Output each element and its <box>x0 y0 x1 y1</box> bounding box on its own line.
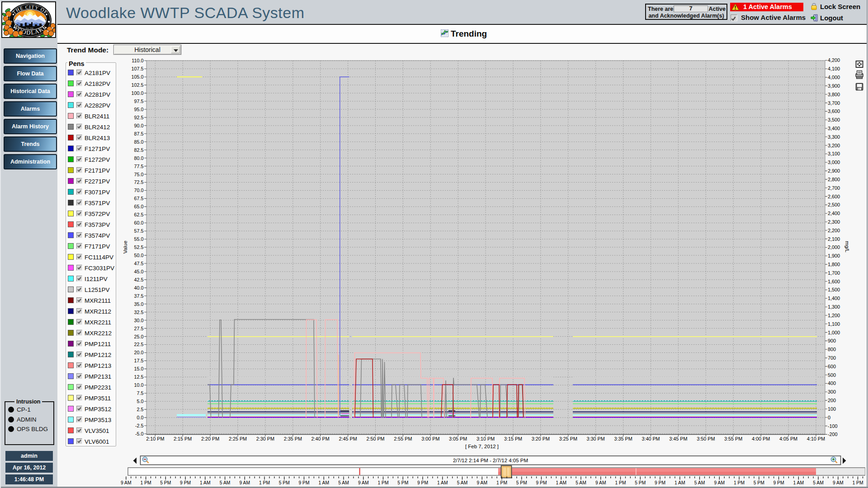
svg-text:12.5: 12.5 <box>134 374 143 380</box>
svg-text:3,200: 3,200 <box>828 143 840 148</box>
svg-text:27.5: 27.5 <box>134 326 143 331</box>
svg-text:5 AM: 5 AM <box>338 480 349 485</box>
svg-text:1 AM: 1 AM <box>437 480 448 485</box>
svg-text:9 PM: 9 PM <box>298 480 309 485</box>
svg-text:1 AM: 1 AM <box>319 480 329 485</box>
svg-text:62.5: 62.5 <box>134 212 143 217</box>
svg-text:3,900: 3,900 <box>828 83 840 89</box>
svg-text:2/7/12 2:14 PM - 2/7/12 4:05 P: 2/7/12 2:14 PM - 2/7/12 4:05 PM <box>453 458 528 463</box>
svg-text:77.5: 77.5 <box>134 164 143 169</box>
svg-text:9 AM: 9 AM <box>358 480 368 485</box>
svg-text:-200: -200 <box>828 432 838 437</box>
svg-text:1 PM: 1 PM <box>852 480 863 485</box>
svg-text:3:55 PM: 3:55 PM <box>724 436 742 441</box>
svg-text:97.5: 97.5 <box>134 99 143 104</box>
svg-text:1 AM: 1 AM <box>793 480 804 485</box>
svg-text:900: 900 <box>828 338 836 343</box>
svg-text:3:45 PM: 3:45 PM <box>669 436 687 441</box>
svg-text:4,200: 4,200 <box>828 57 840 63</box>
svg-text:35.0: 35.0 <box>134 301 143 307</box>
svg-text:500: 500 <box>828 372 836 378</box>
svg-text:52.5: 52.5 <box>134 244 143 250</box>
svg-text:2:45 PM: 2:45 PM <box>339 436 357 441</box>
svg-text:800: 800 <box>828 347 836 352</box>
svg-text:5 AM: 5 AM <box>220 480 230 485</box>
svg-text:22.5: 22.5 <box>134 342 143 347</box>
svg-text:3,700: 3,700 <box>828 100 840 106</box>
svg-text:3:15 PM: 3:15 PM <box>504 436 522 441</box>
svg-text:1,900: 1,900 <box>828 253 840 258</box>
svg-text:2,000: 2,000 <box>828 244 840 250</box>
svg-text:2,700: 2,700 <box>828 185 840 191</box>
svg-text:600: 600 <box>828 364 836 369</box>
svg-text:65.0: 65.0 <box>134 204 143 209</box>
svg-text:17.5: 17.5 <box>134 358 143 363</box>
svg-text:1 PM: 1 PM <box>496 480 507 485</box>
svg-text:2,500: 2,500 <box>828 202 840 207</box>
svg-text:30.0: 30.0 <box>134 318 143 323</box>
svg-text:1 PM: 1 PM <box>615 480 626 485</box>
svg-text:110.0: 110.0 <box>132 58 143 63</box>
svg-text:1,400: 1,400 <box>828 296 840 301</box>
svg-text:200: 200 <box>828 398 836 403</box>
svg-text:3,100: 3,100 <box>828 151 840 156</box>
svg-text:5 PM: 5 PM <box>279 480 290 485</box>
svg-text:90.0: 90.0 <box>134 123 143 128</box>
svg-text:1,100: 1,100 <box>828 321 840 327</box>
svg-text:0.0: 0.0 <box>137 415 143 420</box>
svg-text:9 AM: 9 AM <box>595 480 606 485</box>
svg-text:1,000: 1,000 <box>828 330 840 335</box>
svg-text:Value: Value <box>123 241 128 254</box>
svg-text:1 AM: 1 AM <box>200 480 210 485</box>
svg-text:2.5: 2.5 <box>137 407 143 412</box>
svg-text:85.0: 85.0 <box>134 139 143 145</box>
svg-text:2,800: 2,800 <box>828 177 840 182</box>
svg-text:67.5: 67.5 <box>134 196 143 201</box>
svg-text:1,700: 1,700 <box>828 270 840 276</box>
svg-text:4:05 PM: 4:05 PM <box>779 436 797 441</box>
svg-text:9 AM: 9 AM <box>714 480 725 485</box>
svg-text:5 PM: 5 PM <box>754 480 764 485</box>
svg-text:3:35 PM: 3:35 PM <box>614 436 632 441</box>
svg-text:3,500: 3,500 <box>828 117 840 122</box>
svg-text:3:40 PM: 3:40 PM <box>642 436 660 441</box>
svg-text:3,400: 3,400 <box>828 126 840 131</box>
svg-text:4:00 PM: 4:00 PM <box>752 436 770 441</box>
svg-text:5 PM: 5 PM <box>160 480 171 485</box>
svg-text:5 AM: 5 AM <box>694 480 705 485</box>
svg-text:100: 100 <box>828 406 836 412</box>
svg-text:1 PM: 1 PM <box>259 480 270 485</box>
svg-text:[ Feb 7, 2012 ]: [ Feb 7, 2012 ] <box>465 444 499 449</box>
svg-text:1,500: 1,500 <box>828 287 840 292</box>
svg-text:1 PM: 1 PM <box>141 480 151 485</box>
svg-text:1 PM: 1 PM <box>734 480 745 485</box>
svg-text:102.5: 102.5 <box>131 82 143 88</box>
svg-text:9 PM: 9 PM <box>417 480 428 485</box>
svg-text:1 PM: 1 PM <box>377 480 388 485</box>
svg-text:9 PM: 9 PM <box>773 480 784 485</box>
svg-text:2,400: 2,400 <box>828 211 840 216</box>
svg-text:105.0: 105.0 <box>131 74 143 80</box>
svg-text:72.5: 72.5 <box>134 179 143 185</box>
svg-text:mg/L: mg/L <box>844 241 850 253</box>
svg-text:2:25 PM: 2:25 PM <box>229 436 247 441</box>
svg-text:9 PM: 9 PM <box>536 480 547 485</box>
svg-text:100.0: 100.0 <box>131 90 143 96</box>
svg-text:95.0: 95.0 <box>134 107 143 112</box>
svg-text:2:55 PM: 2:55 PM <box>394 436 412 441</box>
svg-text:50.0: 50.0 <box>134 253 143 258</box>
svg-text:4,000: 4,000 <box>828 75 840 80</box>
svg-text:42.5: 42.5 <box>134 277 143 282</box>
svg-text:3:20 PM: 3:20 PM <box>532 436 550 441</box>
svg-text:300: 300 <box>828 389 836 394</box>
svg-text:1,200: 1,200 <box>828 313 840 318</box>
svg-text:47.5: 47.5 <box>134 261 143 266</box>
svg-text:5 PM: 5 PM <box>516 480 527 485</box>
svg-text:3:10 PM: 3:10 PM <box>476 436 495 441</box>
svg-text:2:40 PM: 2:40 PM <box>311 436 330 441</box>
svg-text:75.0: 75.0 <box>134 172 143 177</box>
svg-text:20.0: 20.0 <box>134 350 143 355</box>
svg-text:92.5: 92.5 <box>134 115 143 120</box>
svg-text:0: 0 <box>828 415 830 420</box>
svg-text:2,100: 2,100 <box>828 236 840 242</box>
